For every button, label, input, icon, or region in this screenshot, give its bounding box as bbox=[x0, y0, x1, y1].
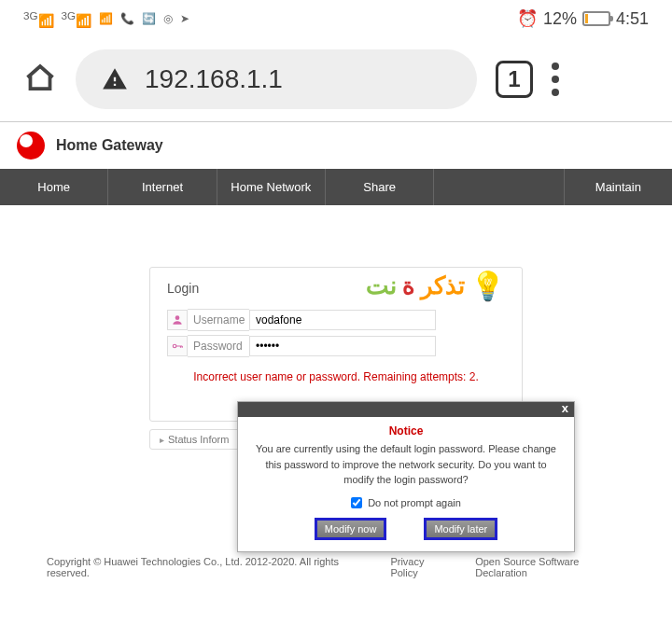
swift-icon: ➤ bbox=[180, 12, 189, 25]
username-row: Username bbox=[167, 309, 505, 331]
username-label: Username bbox=[188, 309, 249, 331]
modal-body: Notice You are currently using the defau… bbox=[238, 417, 574, 551]
nav-home-network[interactable]: Home Network bbox=[217, 169, 326, 205]
insecure-icon bbox=[102, 66, 128, 92]
modify-now-button[interactable]: Modify now bbox=[315, 518, 387, 540]
oss-link[interactable]: Open Source Software Declaration bbox=[475, 556, 625, 578]
password-label: Password bbox=[188, 335, 249, 357]
do-not-prompt-checkbox[interactable]: Do not prompt again bbox=[249, 497, 563, 508]
username-input[interactable] bbox=[249, 310, 436, 330]
watermark-brand: نت ة تذكر 💡 bbox=[366, 270, 505, 302]
nav-spacer bbox=[434, 169, 564, 205]
password-input[interactable] bbox=[249, 336, 436, 356]
battery-pct: 12% bbox=[543, 9, 577, 29]
battery-icon bbox=[582, 11, 610, 26]
alarm-icon: ⏰ bbox=[517, 8, 538, 29]
password-row: Password bbox=[167, 335, 505, 357]
nav-maintain[interactable]: Maintain bbox=[565, 169, 672, 205]
browser-home-button[interactable] bbox=[23, 61, 57, 98]
signal-2: 3G📶 bbox=[62, 9, 92, 28]
key-icon bbox=[167, 336, 188, 356]
privacy-link[interactable]: Privacy Policy bbox=[390, 556, 451, 578]
vodafone-logo-icon bbox=[17, 132, 45, 160]
password-notice-modal: x Notice You are currently using the def… bbox=[237, 401, 575, 552]
clock-time: 4:51 bbox=[616, 9, 649, 29]
nav-share[interactable]: Share bbox=[326, 169, 434, 205]
do-not-prompt-input[interactable] bbox=[351, 497, 362, 508]
nav-internet[interactable]: Internet bbox=[108, 169, 217, 205]
signal-1: 3G📶 bbox=[23, 9, 54, 28]
bulb-icon: 💡 bbox=[470, 270, 505, 302]
modal-header: x bbox=[238, 402, 574, 417]
user-icon bbox=[167, 310, 188, 330]
nav-home[interactable]: Home bbox=[0, 169, 108, 205]
svg-point-1 bbox=[173, 344, 176, 348]
page-title: Home Gateway bbox=[56, 137, 163, 154]
url-text: 192.168.1.1 bbox=[145, 64, 283, 94]
android-status-bar: 3G📶 3G📶 📶 📞 🔄 ◎ ➤ ⏰ 12% 4:51 bbox=[0, 0, 672, 37]
modal-text: You are currently using the default logi… bbox=[249, 441, 563, 488]
browser-toolbar: 192.168.1.1 1 bbox=[0, 37, 672, 121]
tab-count-button[interactable]: 1 bbox=[496, 61, 533, 98]
main-nav: Home Internet Home Network Share Maintai… bbox=[0, 169, 672, 205]
login-error: Incorrect user name or password. Remaini… bbox=[167, 370, 505, 383]
modal-buttons: Modify now Modify later bbox=[249, 518, 563, 540]
sync-icon: 🔄 bbox=[142, 12, 156, 25]
login-box: Login Username Password نت ة تذكر bbox=[149, 267, 523, 422]
modal-title: Notice bbox=[249, 424, 563, 438]
status-right: ⏰ 12% 4:51 bbox=[517, 8, 649, 29]
modify-later-button[interactable]: Modify later bbox=[424, 518, 497, 540]
chrome-icon: ◎ bbox=[163, 12, 173, 25]
svg-point-0 bbox=[175, 315, 180, 320]
phone-icon: 📞 bbox=[120, 12, 134, 25]
page-header: Home Gateway bbox=[0, 122, 672, 169]
modal-close-button[interactable]: x bbox=[562, 401, 568, 415]
copyright-text: Copyright © Huawei Technologies Co., Ltd… bbox=[47, 556, 366, 578]
wifi-icon: 📶 bbox=[99, 12, 113, 25]
url-bar[interactable]: 192.168.1.1 bbox=[76, 49, 477, 109]
status-left: 3G📶 3G📶 📶 📞 🔄 ◎ ➤ bbox=[23, 9, 189, 28]
browser-menu-button[interactable] bbox=[552, 63, 559, 96]
